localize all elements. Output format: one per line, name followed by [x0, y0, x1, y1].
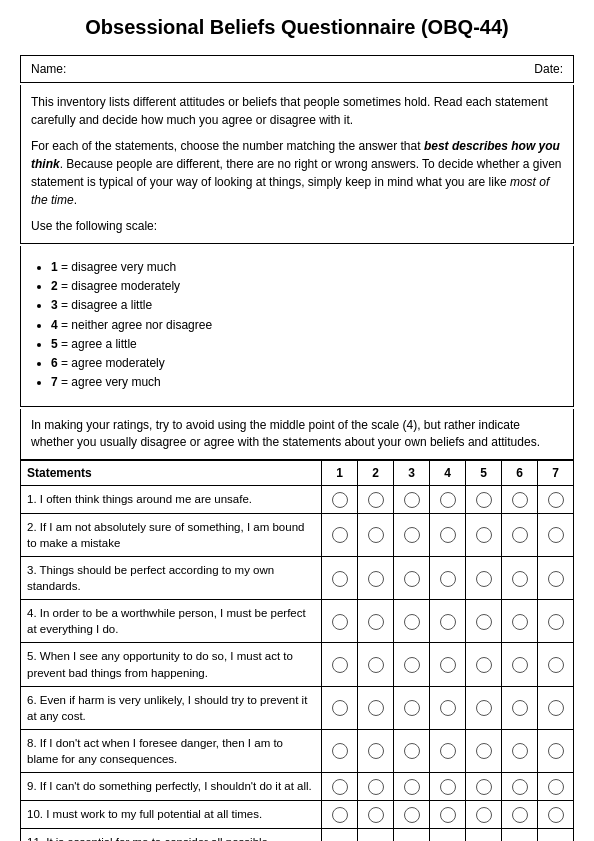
radio-circle-5-6[interactable] [512, 657, 528, 673]
radio-6-7[interactable] [538, 686, 574, 729]
radio-4-7[interactable] [538, 600, 574, 643]
radio-circle-2-7[interactable] [548, 527, 564, 543]
radio-circle-8-6[interactable] [512, 779, 528, 795]
radio-circle-1-7[interactable] [548, 492, 564, 508]
radio-circle-8-3[interactable] [404, 779, 420, 795]
radio-2-4[interactable] [430, 513, 466, 556]
radio-5-4[interactable] [430, 643, 466, 686]
radio-circle-6-7[interactable] [548, 700, 564, 716]
radio-circle-6-2[interactable] [368, 700, 384, 716]
radio-8-7[interactable] [538, 773, 574, 801]
radio-circle-8-2[interactable] [368, 779, 384, 795]
radio-circle-8-1[interactable] [332, 779, 348, 795]
radio-1-5[interactable] [466, 485, 502, 513]
radio-8-3[interactable] [394, 773, 430, 801]
radio-circle-1-2[interactable] [368, 492, 384, 508]
radio-10-1[interactable] [322, 828, 358, 841]
radio-1-7[interactable] [538, 485, 574, 513]
radio-circle-5-3[interactable] [404, 657, 420, 673]
radio-circle-6-4[interactable] [440, 700, 456, 716]
radio-2-7[interactable] [538, 513, 574, 556]
radio-7-7[interactable] [538, 729, 574, 772]
radio-1-2[interactable] [358, 485, 394, 513]
radio-9-1[interactable] [322, 800, 358, 828]
radio-circle-7-3[interactable] [404, 743, 420, 759]
radio-10-2[interactable] [358, 828, 394, 841]
radio-5-3[interactable] [394, 643, 430, 686]
radio-circle-4-7[interactable] [548, 614, 564, 630]
radio-circle-6-1[interactable] [332, 700, 348, 716]
radio-circle-5-4[interactable] [440, 657, 456, 673]
radio-10-4[interactable] [430, 828, 466, 841]
radio-circle-2-4[interactable] [440, 527, 456, 543]
radio-circle-9-6[interactable] [512, 807, 528, 823]
radio-6-5[interactable] [466, 686, 502, 729]
radio-circle-3-4[interactable] [440, 571, 456, 587]
radio-circle-1-5[interactable] [476, 492, 492, 508]
radio-3-6[interactable] [502, 557, 538, 600]
radio-4-5[interactable] [466, 600, 502, 643]
radio-3-1[interactable] [322, 557, 358, 600]
radio-9-6[interactable] [502, 800, 538, 828]
radio-circle-1-6[interactable] [512, 492, 528, 508]
radio-4-4[interactable] [430, 600, 466, 643]
radio-8-2[interactable] [358, 773, 394, 801]
radio-circle-3-2[interactable] [368, 571, 384, 587]
radio-9-4[interactable] [430, 800, 466, 828]
radio-2-1[interactable] [322, 513, 358, 556]
radio-10-5[interactable] [466, 828, 502, 841]
radio-1-6[interactable] [502, 485, 538, 513]
radio-2-6[interactable] [502, 513, 538, 556]
radio-4-6[interactable] [502, 600, 538, 643]
radio-1-4[interactable] [430, 485, 466, 513]
radio-circle-7-6[interactable] [512, 743, 528, 759]
radio-circle-9-4[interactable] [440, 807, 456, 823]
radio-circle-3-3[interactable] [404, 571, 420, 587]
radio-7-1[interactable] [322, 729, 358, 772]
radio-circle-3-6[interactable] [512, 571, 528, 587]
radio-4-1[interactable] [322, 600, 358, 643]
radio-circle-1-3[interactable] [404, 492, 420, 508]
radio-circle-2-1[interactable] [332, 527, 348, 543]
radio-7-5[interactable] [466, 729, 502, 772]
radio-5-6[interactable] [502, 643, 538, 686]
radio-circle-6-6[interactable] [512, 700, 528, 716]
radio-circle-9-5[interactable] [476, 807, 492, 823]
radio-circle-6-3[interactable] [404, 700, 420, 716]
radio-circle-4-6[interactable] [512, 614, 528, 630]
radio-3-5[interactable] [466, 557, 502, 600]
radio-circle-8-7[interactable] [548, 779, 564, 795]
radio-8-6[interactable] [502, 773, 538, 801]
radio-9-3[interactable] [394, 800, 430, 828]
radio-10-7[interactable] [538, 828, 574, 841]
radio-circle-7-4[interactable] [440, 743, 456, 759]
radio-circle-7-2[interactable] [368, 743, 384, 759]
radio-3-7[interactable] [538, 557, 574, 600]
radio-6-4[interactable] [430, 686, 466, 729]
radio-1-1[interactable] [322, 485, 358, 513]
radio-7-3[interactable] [394, 729, 430, 772]
radio-circle-3-7[interactable] [548, 571, 564, 587]
radio-10-6[interactable] [502, 828, 538, 841]
radio-circle-7-1[interactable] [332, 743, 348, 759]
radio-8-5[interactable] [466, 773, 502, 801]
radio-3-3[interactable] [394, 557, 430, 600]
radio-circle-1-1[interactable] [332, 492, 348, 508]
radio-circle-5-1[interactable] [332, 657, 348, 673]
radio-circle-8-4[interactable] [440, 779, 456, 795]
radio-circle-4-2[interactable] [368, 614, 384, 630]
radio-circle-6-5[interactable] [476, 700, 492, 716]
radio-8-1[interactable] [322, 773, 358, 801]
radio-circle-7-5[interactable] [476, 743, 492, 759]
radio-circle-9-7[interactable] [548, 807, 564, 823]
radio-circle-7-7[interactable] [548, 743, 564, 759]
radio-10-3[interactable] [394, 828, 430, 841]
radio-circle-5-2[interactable] [368, 657, 384, 673]
radio-circle-8-5[interactable] [476, 779, 492, 795]
radio-7-2[interactable] [358, 729, 394, 772]
radio-4-3[interactable] [394, 600, 430, 643]
radio-circle-2-5[interactable] [476, 527, 492, 543]
radio-3-4[interactable] [430, 557, 466, 600]
radio-circle-9-1[interactable] [332, 807, 348, 823]
radio-9-7[interactable] [538, 800, 574, 828]
